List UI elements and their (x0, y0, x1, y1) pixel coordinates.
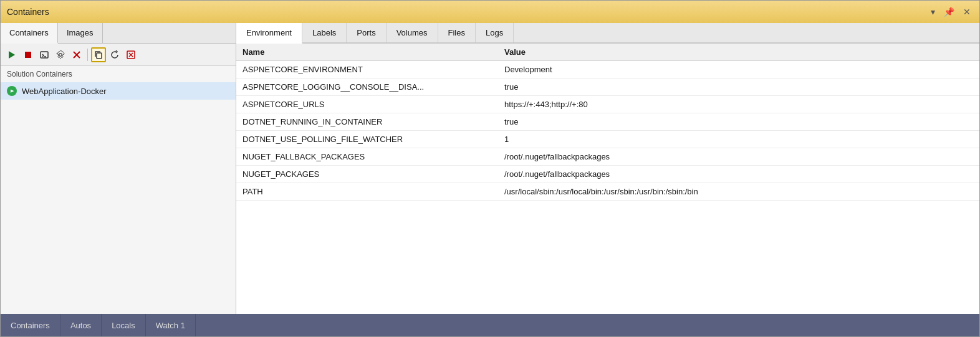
col-header-value: Value (498, 44, 979, 61)
env-value: true (498, 78, 979, 96)
tab-volumes[interactable]: Volumes (387, 23, 438, 42)
table-row[interactable]: DOTNET_RUNNING_IN_CONTAINER true (236, 113, 979, 131)
toolbar-separator-1 (87, 49, 88, 61)
prune-button[interactable] (123, 47, 138, 62)
env-name: ASPNETCORE_URLS (236, 96, 498, 113)
tab-files[interactable]: Files (438, 23, 476, 42)
svg-rect-6 (97, 53, 102, 59)
tab-images[interactable]: Images (58, 23, 103, 43)
dropdown-icon[interactable]: ▾ (928, 6, 938, 18)
table-row[interactable]: DOTNET_USE_POLLING_FILE_WATCHER 1 (236, 131, 979, 148)
toolbar (1, 44, 236, 66)
env-value: Development (498, 61, 979, 78)
table-row[interactable]: NUGET_FALLBACK_PACKAGES /root/.nuget/fal… (236, 148, 979, 166)
bottom-tab-autos[interactable]: Autos (60, 314, 102, 336)
refresh-button[interactable] (107, 47, 122, 62)
env-name: ASPNETCORE_ENVIRONMENT (236, 61, 498, 78)
bottom-tab-locals[interactable]: Locals (102, 314, 146, 336)
play-button[interactable] (4, 47, 19, 62)
env-value: /root/.nuget/fallbackpackages (498, 148, 979, 166)
left-panel: Containers Images (1, 23, 236, 314)
container-name: WebApplication-Docker (22, 87, 107, 96)
bottom-tab-containers[interactable]: Containers (1, 314, 60, 336)
tab-environment[interactable]: Environment (236, 23, 302, 44)
pin-icon[interactable]: 📌 (941, 6, 957, 18)
env-value: https://+:443;http://+:80 (498, 96, 979, 113)
col-header-name: Name (236, 44, 498, 61)
tab-logs[interactable]: Logs (476, 23, 514, 42)
env-value: 1 (498, 131, 979, 148)
right-panel: Environment Labels Ports Volumes Files L… (236, 23, 979, 314)
svg-marker-0 (9, 51, 15, 59)
table-row[interactable]: ASPNETCORE_URLS https://+:443;http://+:8… (236, 96, 979, 113)
right-tabs: Environment Labels Ports Volumes Files L… (236, 23, 979, 44)
env-name: PATH (236, 183, 498, 201)
window-title: Containers (7, 7, 49, 17)
tab-ports[interactable]: Ports (347, 23, 386, 42)
container-list: WebApplication-Docker (1, 82, 236, 314)
main-window: Containers ▾ 📌 ✕ Containers Images (0, 0, 980, 337)
env-value: /root/.nuget/fallbackpackages (498, 166, 979, 183)
env-name: NUGET_FALLBACK_PACKAGES (236, 148, 498, 166)
terminal-button[interactable] (37, 47, 52, 62)
tab-containers[interactable]: Containers (1, 23, 58, 44)
svg-rect-1 (25, 52, 31, 58)
env-value: /usr/local/sbin:/usr/local/bin:/usr/sbin… (498, 183, 979, 201)
table-row[interactable]: ASPNETCORE_LOGGING__CONSOLE__DISA... tru… (236, 78, 979, 96)
close-icon[interactable]: ✕ (961, 6, 973, 18)
settings-button[interactable] (53, 47, 68, 62)
title-bar: Containers ▾ 📌 ✕ (1, 1, 979, 23)
main-content: Containers Images (1, 23, 979, 314)
env-name: ASPNETCORE_LOGGING__CONSOLE__DISA... (236, 78, 498, 96)
container-item[interactable]: WebApplication-Docker (1, 82, 236, 100)
environment-table: Name Value ASPNETCORE_ENVIRONMENT Develo… (236, 44, 979, 314)
status-indicator (7, 86, 17, 96)
env-value: true (498, 113, 979, 131)
section-header: Solution Containers (1, 66, 236, 82)
table-row[interactable]: PATH /usr/local/sbin:/usr/local/bin:/usr… (236, 183, 979, 201)
stop-button[interactable] (21, 47, 36, 62)
delete-button[interactable] (69, 47, 84, 62)
tab-labels[interactable]: Labels (302, 23, 347, 42)
title-bar-controls: ▾ 📌 ✕ (928, 6, 973, 18)
table-row[interactable]: ASPNETCORE_ENVIRONMENT Development (236, 61, 979, 78)
top-tabs: Containers Images (1, 23, 236, 44)
bottom-tab-watch1[interactable]: Watch 1 (146, 314, 196, 336)
table-row[interactable]: NUGET_PACKAGES /root/.nuget/fallbackpack… (236, 166, 979, 183)
env-name: DOTNET_RUNNING_IN_CONTAINER (236, 113, 498, 131)
copy-button[interactable] (91, 47, 106, 62)
bottom-tabs: Containers Autos Locals Watch 1 (1, 314, 979, 336)
env-name: DOTNET_USE_POLLING_FILE_WATCHER (236, 131, 498, 148)
env-name: NUGET_PACKAGES (236, 166, 498, 183)
